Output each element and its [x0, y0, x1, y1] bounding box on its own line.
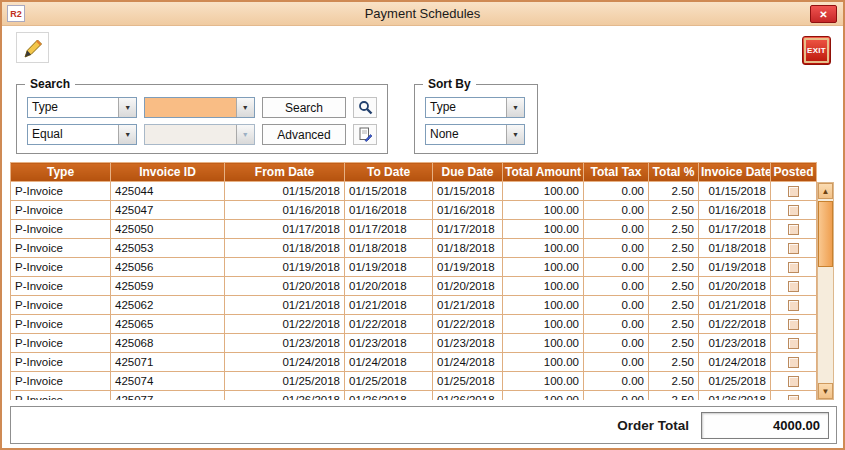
cell-total-pct: 2.50 [649, 239, 699, 258]
cell-invoice-date: 01/24/2018 [699, 353, 771, 372]
chevron-down-icon[interactable]: ▼ [118, 125, 136, 144]
search-operator-combo[interactable]: Equal ▼ [27, 124, 137, 145]
cell-posted [771, 315, 817, 334]
exit-button[interactable]: EXIT [802, 36, 831, 65]
table-row[interactable]: P-Invoice42505001/17/201801/17/201801/17… [11, 220, 817, 239]
cell-total-amount: 100.00 [503, 391, 584, 401]
search-value-combo[interactable]: ▼ [144, 97, 254, 118]
filter-area: Search Type ▼ ▼ Search [2, 84, 843, 154]
posted-checkbox[interactable] [788, 262, 799, 273]
table-row[interactable]: P-Invoice42506501/22/201801/22/201801/22… [11, 315, 817, 334]
advanced-search-icon-button[interactable] [353, 124, 377, 145]
table-row[interactable]: P-Invoice42507701/26/201801/26/201801/26… [11, 391, 817, 401]
posted-checkbox[interactable] [788, 243, 799, 254]
cell-total-pct: 2.50 [649, 353, 699, 372]
cell-posted [771, 277, 817, 296]
cell-due-date: 01/26/2018 [433, 391, 503, 401]
cell-from-date: 01/26/2018 [225, 391, 345, 401]
posted-checkbox[interactable] [788, 224, 799, 235]
edit-button[interactable] [16, 32, 49, 63]
table-row[interactable]: P-Invoice42506801/23/201801/23/201801/23… [11, 334, 817, 353]
search-field-combo[interactable]: Type ▼ [27, 97, 137, 118]
cell-total-pct: 2.50 [649, 277, 699, 296]
cell-total-amount: 100.00 [503, 201, 584, 220]
cell-to-date: 01/26/2018 [345, 391, 433, 401]
table-row[interactable]: P-Invoice42505601/19/201801/19/201801/19… [11, 258, 817, 277]
chevron-glyph: ▼ [124, 131, 131, 138]
table-row[interactable]: P-Invoice42504701/16/201801/16/201801/16… [11, 201, 817, 220]
cell-from-date: 01/16/2018 [225, 201, 345, 220]
search-icon-button[interactable] [353, 97, 377, 118]
cell-from-date: 01/24/2018 [225, 353, 345, 372]
chevron-down-icon[interactable]: ▼ [118, 98, 136, 117]
sort-secondary-combo[interactable]: None ▼ [425, 124, 525, 145]
posted-checkbox[interactable] [788, 205, 799, 216]
search-groupbox: Search Type ▼ ▼ Search [16, 84, 388, 154]
advanced-button[interactable]: Advanced [262, 124, 347, 145]
header-row: TypeInvoice IDFrom DateTo DateDue DateTo… [11, 163, 817, 182]
cell-due-date: 01/20/2018 [433, 277, 503, 296]
footer-panel: Order Total 4000.00 [10, 406, 837, 444]
scroll-down-button[interactable]: ▼ [818, 383, 833, 399]
chevron-down-icon[interactable]: ▼ [506, 98, 524, 117]
cell-posted [771, 182, 817, 201]
close-button[interactable]: ✕ [810, 5, 837, 23]
scroll-up-icon: ▲ [822, 187, 830, 196]
search-value2-text [145, 125, 235, 144]
cell-posted [771, 372, 817, 391]
column-header-invoice-date[interactable]: Invoice Date [699, 163, 771, 182]
order-total-label: Order Total [617, 418, 689, 433]
column-header-total-pct[interactable]: Total % [649, 163, 699, 182]
scrollbar-thumb[interactable] [818, 201, 833, 267]
cell-due-date: 01/24/2018 [433, 353, 503, 372]
table-row[interactable]: P-Invoice42505301/18/201801/18/201801/18… [11, 239, 817, 258]
cell-invoice-date: 01/16/2018 [699, 201, 771, 220]
cell-total-tax: 0.00 [584, 201, 649, 220]
column-header-type[interactable]: Type [11, 163, 111, 182]
column-header-total-amount[interactable]: Total Amount [503, 163, 584, 182]
cell-total-amount: 100.00 [503, 258, 584, 277]
column-header-to-date[interactable]: To Date [345, 163, 433, 182]
column-header-invoice-id[interactable]: Invoice ID [111, 163, 225, 182]
posted-checkbox[interactable] [788, 376, 799, 387]
table-row[interactable]: P-Invoice42504401/15/201801/15/201801/15… [11, 182, 817, 201]
cell-total-tax: 0.00 [584, 372, 649, 391]
search-button[interactable]: Search [262, 97, 347, 118]
cell-total-tax: 0.00 [584, 182, 649, 201]
title-bar[interactable]: R2 Payment Schedules ✕ [2, 2, 843, 26]
cell-type: P-Invoice [11, 239, 111, 258]
posted-checkbox[interactable] [788, 357, 799, 368]
cell-invoice-id: 425071 [111, 353, 225, 372]
cell-total-pct: 2.50 [649, 391, 699, 401]
vertical-scrollbar[interactable]: ▲ ▼ [817, 182, 834, 400]
table-row[interactable]: P-Invoice42505901/20/201801/20/201801/20… [11, 277, 817, 296]
column-header-due-date[interactable]: Due Date [433, 163, 503, 182]
posted-checkbox[interactable] [788, 338, 799, 349]
cell-from-date: 01/18/2018 [225, 239, 345, 258]
sort-primary-combo[interactable]: Type ▼ [425, 97, 525, 118]
cell-type: P-Invoice [11, 201, 111, 220]
posted-checkbox[interactable] [788, 319, 799, 330]
cell-posted [771, 391, 817, 401]
column-header-posted[interactable]: Posted [771, 163, 817, 182]
column-header-from-date[interactable]: From Date [225, 163, 345, 182]
cell-type: P-Invoice [11, 372, 111, 391]
window-title: Payment Schedules [365, 6, 481, 21]
table-row[interactable]: P-Invoice42507101/24/201801/24/201801/24… [11, 353, 817, 372]
scroll-up-button[interactable]: ▲ [818, 183, 833, 199]
table-row[interactable]: P-Invoice42506201/21/201801/21/201801/21… [11, 296, 817, 315]
cell-total-tax: 0.00 [584, 258, 649, 277]
chevron-down-icon[interactable]: ▼ [506, 125, 524, 144]
posted-checkbox[interactable] [788, 395, 799, 400]
table-row[interactable]: P-Invoice42507401/25/201801/25/201801/25… [11, 372, 817, 391]
chevron-down-icon[interactable]: ▼ [236, 98, 254, 117]
posted-checkbox[interactable] [788, 300, 799, 311]
posted-checkbox[interactable] [788, 186, 799, 197]
cell-total-amount: 100.00 [503, 334, 584, 353]
close-icon: ✕ [819, 9, 827, 20]
cell-posted [771, 239, 817, 258]
cell-invoice-id: 425062 [111, 296, 225, 315]
cell-from-date: 01/20/2018 [225, 277, 345, 296]
column-header-total-tax[interactable]: Total Tax [584, 163, 649, 182]
posted-checkbox[interactable] [788, 281, 799, 292]
